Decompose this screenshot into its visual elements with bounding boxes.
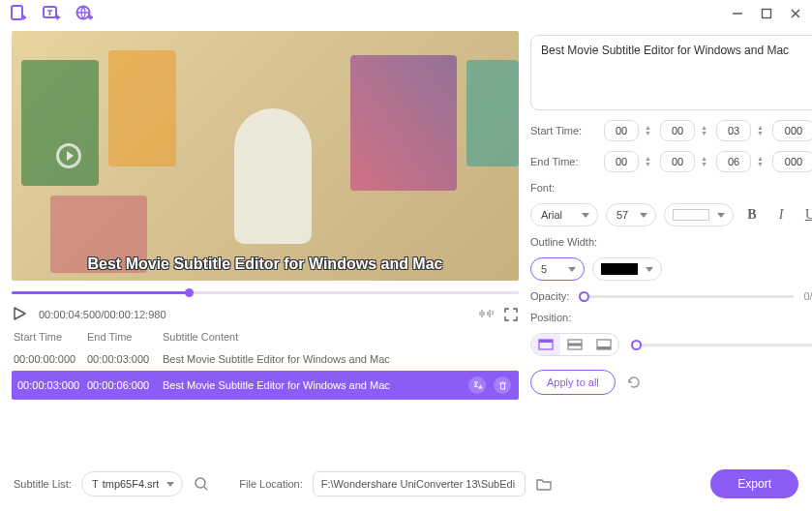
svg-point-10 xyxy=(195,478,205,488)
waveform-icon[interactable] xyxy=(476,307,494,322)
subtitle-list-select[interactable]: Ttmp65F4.srt xyxy=(81,471,183,496)
start-time-row: Start Time: 00▲▼ 00▲▼ 03▲▼ 000▲▼ xyxy=(530,120,812,141)
outline-label: Outline Width: xyxy=(530,236,812,248)
delete-icon[interactable] xyxy=(494,376,511,394)
position-middle-button[interactable] xyxy=(560,334,589,355)
fullscreen-icon[interactable] xyxy=(503,307,519,322)
export-button[interactable]: Export xyxy=(710,469,798,498)
end-hour-input[interactable]: 00 xyxy=(604,151,639,172)
translate-icon[interactable] xyxy=(468,376,486,394)
position-label: Position: xyxy=(530,312,812,323)
start-time-label: Start Time: xyxy=(530,125,598,136)
seek-bar[interactable] xyxy=(12,286,519,298)
add-text-icon[interactable] xyxy=(41,3,62,24)
underline-button[interactable]: U xyxy=(799,204,812,225)
outline-color-select[interactable] xyxy=(592,257,662,281)
font-label: Font: xyxy=(530,182,812,194)
svg-rect-7 xyxy=(568,344,582,346)
video-preview[interactable]: Best Movie Subtitle Editor for Windows a… xyxy=(12,31,519,281)
subtitle-row[interactable]: 00:00:03:000 00:00:06:000 Best Movie Sub… xyxy=(12,371,519,400)
svg-rect-5 xyxy=(539,340,553,343)
start-ms-input[interactable]: 000 xyxy=(772,120,812,141)
apply-to-all-button[interactable]: Apply to all xyxy=(530,370,616,395)
end-time-row: End Time: 00▲▼ 00▲▼ 06▲▼ 000▲▼ xyxy=(530,151,812,172)
video-subtitle-overlay: Best Movie Subtitle Editor for Windows a… xyxy=(88,256,443,273)
svg-rect-3 xyxy=(763,10,771,18)
opacity-value: 0/100 xyxy=(803,290,812,302)
font-color-select[interactable] xyxy=(664,203,734,226)
footer-bar: Subtitle List: Ttmp65F4.srt File Locatio… xyxy=(0,457,812,511)
play-overlay-icon xyxy=(56,143,81,168)
add-web-icon[interactable] xyxy=(74,3,95,24)
end-min-input[interactable]: 00 xyxy=(660,151,695,172)
subtitle-list-label: Subtitle List: xyxy=(14,478,72,490)
subtitle-table-header: Start Time End Time Subtitle Content xyxy=(12,327,519,347)
font-family-select[interactable]: Arial xyxy=(530,203,598,226)
font-size-select[interactable]: 57 xyxy=(606,203,656,226)
outline-width-select[interactable]: 5 xyxy=(530,257,585,281)
start-sec-input[interactable]: 03 xyxy=(716,120,751,141)
maximize-button[interactable] xyxy=(758,5,775,22)
subtitle-text-input[interactable]: Best Movie Subtitle Editor for Windows a… xyxy=(530,35,812,110)
position-top-button[interactable] xyxy=(531,334,560,355)
add-file-icon[interactable] xyxy=(8,3,29,24)
svg-rect-9 xyxy=(597,346,611,349)
play-button[interactable] xyxy=(12,306,29,323)
end-sec-input[interactable]: 06 xyxy=(716,151,751,172)
close-button[interactable] xyxy=(787,5,804,22)
opacity-label: Opacity: xyxy=(530,290,569,302)
start-min-input[interactable]: 00 xyxy=(660,120,695,141)
italic-button[interactable]: I xyxy=(770,204,792,225)
file-location-input[interactable] xyxy=(313,471,526,496)
search-icon[interactable] xyxy=(193,475,210,493)
svg-rect-0 xyxy=(12,6,22,19)
end-ms-input[interactable]: 000 xyxy=(772,151,812,172)
opacity-slider[interactable] xyxy=(579,295,794,298)
position-bottom-button[interactable] xyxy=(589,334,618,355)
time-readout: 00:00:04:500/00:00:12:980 xyxy=(39,309,166,320)
reset-icon[interactable] xyxy=(625,374,643,391)
titlebar xyxy=(0,0,812,27)
start-hour-input[interactable]: 00 xyxy=(604,120,639,141)
subtitle-row[interactable]: 00:00:00:000 00:00:03:000 Best Movie Sub… xyxy=(12,347,519,371)
position-slider[interactable] xyxy=(631,344,812,346)
minimize-button[interactable] xyxy=(729,5,746,22)
file-location-label: File Location: xyxy=(239,478,302,490)
end-time-label: End Time: xyxy=(530,156,598,167)
bold-button[interactable]: B xyxy=(741,204,763,225)
folder-icon[interactable] xyxy=(535,476,553,492)
